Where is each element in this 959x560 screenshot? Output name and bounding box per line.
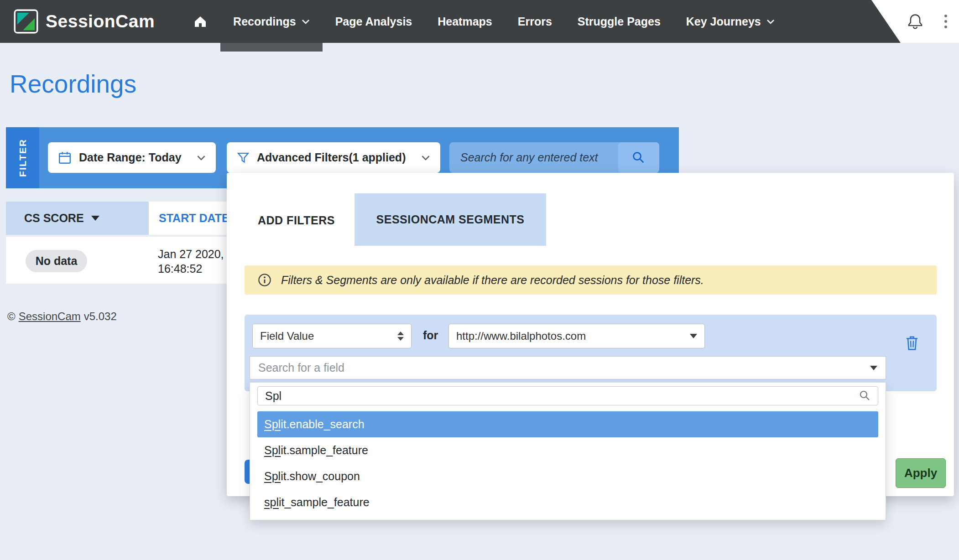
nav-recordings-label: Recordings	[233, 15, 296, 28]
apply-button[interactable]: Apply	[896, 458, 946, 488]
date-range-label: Date Range: Today	[79, 151, 182, 164]
site-select[interactable]: http://www.bilalphotos.com	[448, 324, 705, 348]
home-icon	[193, 15, 208, 28]
filter-vertical-label: FILTER	[17, 139, 28, 177]
option-match-text: Spl	[264, 444, 281, 457]
top-nav: SessionCam Recordings Page Analysis Heat…	[0, 0, 959, 43]
bell-icon	[907, 12, 923, 30]
nav-recordings[interactable]: Recordings	[220, 0, 323, 43]
option-match-text: Spl	[264, 470, 281, 483]
advanced-filters-button[interactable]: Advanced Filters(1 applied)	[227, 142, 440, 173]
page-title: Recordings	[10, 69, 136, 99]
calendar-icon	[58, 151, 72, 165]
table-header-cs-score[interactable]: CS SCORE	[6, 202, 149, 235]
main-menu: Recordings Page Analysis Heatmaps Errors…	[180, 0, 787, 43]
nav-key-journeys[interactable]: Key Journeys	[673, 0, 787, 43]
chevron-down-icon	[766, 19, 775, 24]
option-match-text: spl	[264, 496, 279, 509]
brand-name: SessionCam	[46, 11, 155, 31]
chevron-down-icon	[197, 155, 206, 161]
filter-funnel-icon	[237, 152, 250, 164]
tab-add-filters[interactable]: ADD FILTERS	[255, 204, 338, 237]
kebab-icon	[944, 26, 947, 28]
dropdown-caret-icon	[870, 366, 877, 370]
start-date-line2: 16:48:52	[158, 261, 224, 276]
notifications-button[interactable]	[906, 12, 924, 31]
text-search-input[interactable]	[449, 151, 618, 164]
advanced-filters-panel: ADD FILTERS SESSIONCAM SEGMENTS Filters …	[227, 173, 954, 496]
field-search-select[interactable]: Search for a field	[250, 356, 886, 379]
field-option[interactable]: Split.enable_search	[257, 411, 878, 437]
for-label: for	[423, 329, 438, 342]
delete-filter-button[interactable]	[904, 335, 920, 352]
nav-errors-label: Errors	[518, 15, 552, 28]
brand-logo[interactable]: SessionCam	[14, 9, 155, 34]
kebab-icon	[944, 20, 947, 23]
dropdown-caret-icon	[690, 334, 697, 338]
copyright-symbol: ©	[7, 310, 16, 323]
option-match-text: Spl	[264, 418, 281, 431]
table-row[interactable]: No data Jan 27 2020, 16:48:52	[6, 237, 258, 284]
more-options-button[interactable]	[940, 12, 952, 31]
option-rest-text: it_sample_feature	[279, 496, 370, 509]
filter-vertical-tab[interactable]: FILTER	[6, 127, 39, 188]
nav-page-analysis-label: Page Analysis	[335, 15, 412, 28]
search-icon	[631, 150, 646, 165]
field-type-select[interactable]: Field Value	[252, 324, 412, 348]
sessioncam-logo-icon	[14, 9, 38, 34]
field-options-list: Split.enable_search Split.sample_feature…	[257, 411, 878, 515]
nav-errors[interactable]: Errors	[505, 0, 565, 43]
field-option[interactable]: Split.show_coupon	[257, 463, 878, 489]
chevron-down-icon	[302, 19, 310, 24]
field-type-value: Field Value	[260, 330, 314, 342]
cs-score-header-label: CS SCORE	[24, 212, 84, 225]
footer-version: v5.032	[84, 310, 117, 323]
field-filter-input[interactable]	[258, 389, 859, 403]
field-search-placeholder: Search for a field	[258, 361, 344, 374]
option-rest-text: it.show_coupon	[281, 470, 360, 483]
tab-sessioncam-segments[interactable]: SESSIONCAM SEGMENTS	[354, 193, 546, 246]
nav-heatmaps[interactable]: Heatmaps	[425, 0, 505, 43]
text-search-field	[449, 142, 659, 173]
nav-corner	[868, 0, 959, 43]
option-rest-text: it.enable_search	[281, 418, 364, 431]
site-select-value: http://www.bilalphotos.com	[456, 330, 586, 342]
nav-struggle-pages[interactable]: Struggle Pages	[565, 0, 673, 43]
search-button[interactable]	[618, 142, 659, 173]
tab-sessioncam-segments-label: SESSIONCAM SEGMENTS	[376, 213, 525, 226]
date-range-button[interactable]: Date Range: Today	[48, 142, 216, 173]
chevron-down-icon	[421, 155, 430, 161]
nav-key-journeys-label: Key Journeys	[686, 15, 761, 28]
info-banner-text: Filters & Segments are only available if…	[281, 274, 704, 287]
nav-page-analysis[interactable]: Page Analysis	[323, 0, 425, 43]
start-date-cell: Jan 27 2020, 16:48:52	[158, 247, 224, 276]
filter-condition-row: Field Value for http://www.bilalphotos.c…	[245, 315, 937, 391]
start-date-line1: Jan 27 2020,	[158, 247, 224, 261]
info-banner: Filters & Segments are only available if…	[245, 265, 937, 295]
tab-add-filters-label: ADD FILTERS	[258, 214, 335, 227]
search-icon	[859, 389, 871, 402]
trash-icon	[904, 335, 920, 351]
field-option[interactable]: split_sample_feature	[257, 489, 878, 515]
sort-desc-icon	[91, 216, 99, 221]
nav-heatmaps-label: Heatmaps	[438, 15, 492, 28]
nav-struggle-pages-label: Struggle Pages	[578, 15, 661, 28]
spinner-arrows-icon	[397, 332, 404, 341]
footer-sessioncam-link[interactable]: SessionCam	[19, 310, 81, 323]
nav-home[interactable]	[180, 0, 220, 43]
field-filter-search	[257, 386, 878, 405]
start-date-header-label: START DATE	[159, 212, 229, 225]
footer: © SessionCam v5.032	[7, 310, 117, 323]
info-icon	[257, 273, 272, 287]
option-rest-text: it.sample_feature	[281, 444, 368, 457]
field-options-dropdown: Split.enable_search Split.sample_feature…	[250, 382, 886, 520]
field-option[interactable]: Split.sample_feature	[257, 437, 878, 463]
kebab-icon	[944, 15, 947, 17]
advanced-filters-label: Advanced Filters(1 applied)	[257, 151, 406, 164]
cs-score-badge: No data	[26, 250, 87, 272]
